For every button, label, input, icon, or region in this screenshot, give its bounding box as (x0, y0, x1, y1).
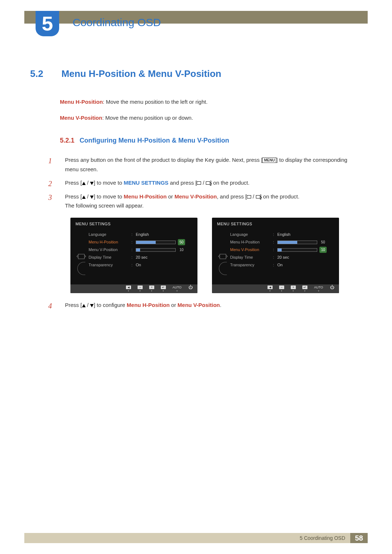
page-footer: 5 Coordinating OSD 58 (24, 533, 368, 543)
subsection-number: 5.2.1 (60, 137, 74, 144)
osd-value: 50 (178, 239, 185, 245)
step-text: Press [ (65, 302, 82, 308)
down-arrow-icon (90, 182, 94, 185)
enter-icon (256, 195, 260, 198)
chapter-number-badge: 5 (36, 11, 59, 36)
definition-v-position: Menu V-Position: Move the menu position … (60, 114, 359, 122)
osd-row-transparency: Transparency: On (89, 261, 194, 269)
step-text: ] to configure (94, 302, 127, 308)
osd-slider: 10 (136, 246, 194, 253)
step-text: ] on the product. (260, 193, 299, 200)
source-icon (247, 195, 251, 198)
menu-v-position-label: Menu V-Position (175, 193, 217, 200)
osd-label: Language (230, 231, 273, 238)
osd-label: Menu V-Position (230, 246, 273, 253)
step-1: 1 Press any button on the front of the p… (48, 155, 359, 174)
osd-row-v-position: Menu V-Position: 10 (230, 246, 335, 254)
up-arrow-icon (82, 304, 86, 307)
osd-value: English (136, 231, 194, 238)
down-arrow-icon (90, 196, 94, 199)
definition-text: : Move the menu position up or down. (102, 115, 193, 121)
step-text: ] to move to (94, 193, 124, 200)
definition-text: : Move the menu position to the left or … (103, 99, 208, 105)
osd-footer: ◄▾ −▾ +▾ ↵▾ AUTO▾ ⏻ (70, 284, 197, 293)
step-text: Press any button on the front of the pro… (65, 157, 262, 163)
up-arrow-icon (82, 182, 86, 185)
osd-value: On (136, 262, 194, 268)
step-text: ] on the product. (210, 180, 249, 186)
step-number: 2 (48, 177, 52, 190)
osd-row-display-time: Display Time: 20 sec (89, 254, 194, 261)
step-number: 4 (48, 300, 52, 312)
osd-row-language: Language: English (230, 231, 335, 238)
osd-value: 10 (319, 247, 327, 253)
plus-icon: +▾ (149, 286, 154, 292)
step-number: 1 (48, 155, 52, 167)
position-icon (220, 254, 226, 259)
auto-icon: AUTO▾ (314, 286, 323, 292)
step-text: Press [ (65, 193, 82, 200)
minus-icon: −▾ (279, 286, 284, 292)
subsection-heading: 5.2.1 Configuring Menu H-Position & Menu… (60, 137, 359, 144)
back-icon: ◄▾ (268, 286, 273, 292)
menu-h-position-label: Menu H-Position (127, 302, 170, 308)
osd-arc-decoration (77, 262, 85, 275)
osd-slider: 50 (277, 239, 335, 246)
page-number: 58 (350, 533, 368, 543)
step-text: The following screen will appear. (65, 202, 144, 209)
step-text: or (167, 193, 175, 200)
step-2: 2 Press [ / ] to move to MENU SETTINGS a… (48, 178, 359, 188)
minus-icon: −▾ (138, 286, 143, 292)
osd-label: Language (89, 231, 131, 238)
osd-title: MENU SETTINGS (70, 218, 197, 230)
osd-label: Display Time (89, 254, 131, 261)
step-4: 4 Press [ / ] to configure Menu H-Positi… (48, 300, 359, 310)
section-heading: 5.2 Menu H-Position & Menu V-Position (30, 68, 359, 79)
enter-icon: ↵▾ (302, 286, 307, 292)
osd-row-v-position: Menu V-Position: 10 (89, 246, 194, 254)
osd-screenshots: MENU SETTINGS Language: English (65, 218, 359, 294)
osd-value: On (277, 262, 335, 268)
subsection-title: Configuring Menu H-Position & Menu V-Pos… (79, 137, 229, 144)
section-title: Menu H-Position & Menu V-Position (61, 68, 221, 79)
osd-value: 20 sec (277, 254, 335, 261)
osd-label: Menu V-Position (89, 246, 131, 253)
step-text: , and press [ (217, 193, 247, 200)
step-text: ] to move to (94, 180, 124, 186)
osd-arc-decoration (219, 262, 227, 275)
menu-settings-label: MENU SETTINGS (124, 180, 168, 186)
step-text: Press [ (65, 180, 82, 186)
menu-v-position-label: Menu V-Position (177, 302, 220, 308)
step-3: 3 Press [ / ] to move to Menu H-Position… (48, 192, 359, 294)
osd-sidebar (216, 231, 230, 275)
osd-menu-list: Language: English Menu H-Position: 50 Me (89, 231, 194, 275)
osd-label: Transparency (89, 262, 131, 268)
osd-menu-list: Language: English Menu H-Position: 50 Me (230, 231, 335, 275)
enter-icon: ↵▾ (161, 286, 166, 292)
auto-icon: AUTO▾ (172, 286, 181, 292)
definition-label: Menu V-Position (60, 115, 102, 121)
osd-row-h-position: Menu H-Position: 50 (230, 238, 335, 246)
osd-panel-h: MENU SETTINGS Language: English (70, 218, 197, 294)
footer-label: 5 Coordinating OSD (24, 533, 350, 543)
osd-panel-v: MENU SETTINGS Language: English (212, 218, 339, 294)
osd-value: English (277, 231, 335, 238)
osd-sidebar (74, 231, 89, 275)
osd-value: 50 (319, 239, 327, 245)
osd-row-h-position: Menu H-Position: 50 (89, 238, 194, 246)
position-icon (78, 254, 85, 259)
osd-label: Menu H-Position (230, 239, 273, 246)
osd-label: Menu H-Position (89, 239, 131, 246)
power-icon: ⏻ (188, 286, 193, 289)
back-icon: ◄▾ (126, 286, 131, 292)
enter-icon (206, 181, 210, 185)
menu-h-position-label: Menu H-Position (124, 193, 167, 200)
osd-row-transparency: Transparency: On (230, 261, 335, 269)
plus-icon: +▾ (291, 286, 296, 292)
osd-row-display-time: Display Time: 20 sec (230, 254, 335, 261)
page-content: 5.2 Menu H-Position & Menu V-Position Me… (30, 68, 359, 314)
step-text: or (170, 302, 177, 308)
step-text: and press [ (168, 180, 197, 186)
down-arrow-icon (90, 304, 94, 307)
osd-footer: ◄▾ −▾ +▾ ↵▾ AUTO▾ ⏻ (212, 284, 339, 293)
